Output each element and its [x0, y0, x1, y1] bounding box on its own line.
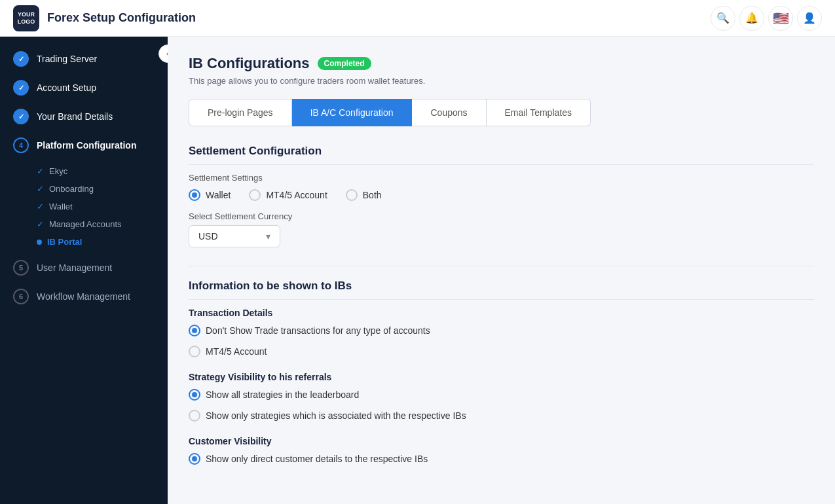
- language-button[interactable]: 🇺🇸: [768, 6, 793, 31]
- sidebar-sublabel-ekyc: Ekyc: [49, 166, 67, 176]
- radio-show-direct: [189, 453, 200, 465]
- settlement-option-wallet[interactable]: Wallet: [189, 189, 231, 201]
- transaction-radio-group: Don't Show Trade transactions for any ty…: [189, 325, 814, 357]
- customer-option-show-direct[interactable]: Show only direct customer details to the…: [189, 453, 814, 465]
- settlement-both-label: Both: [363, 190, 382, 200]
- collapse-icon: ‹: [166, 49, 168, 58]
- currency-value: USD: [198, 231, 218, 242]
- topbar-icons: 🔍 🔔 🇺🇸 👤: [711, 6, 822, 31]
- divider-1: [189, 266, 814, 266]
- radio-both: [346, 189, 358, 201]
- sidebar-label-user-management: User Management: [37, 262, 112, 273]
- main-content: IB Configurations Completed This page al…: [168, 37, 835, 504]
- step-circle-5: 5: [13, 260, 29, 276]
- step-circle-3: ✓: [13, 109, 29, 124]
- tab-ib-ac-config[interactable]: IB A/C Configuration: [292, 99, 413, 126]
- check-icon-ekyc: ✓: [37, 166, 44, 176]
- strategy-show-all-label: Show all strategies in the leaderboard: [206, 389, 359, 400]
- chevron-down-icon: ▾: [266, 231, 270, 242]
- customer-title: Customer Visibility: [189, 436, 814, 446]
- sidebar-sub-items: ✓ Ekyc ✓ Onboarding ✓ Wallet ✓ Managed A…: [0, 160, 168, 253]
- page-header: IB Configurations Completed: [189, 55, 814, 72]
- settlement-section: Settlement Configuration Settlement Sett…: [189, 145, 814, 247]
- ib-info-section: Information to be shown to IBs Transacti…: [189, 279, 814, 465]
- currency-label: Select Settlement Currency: [189, 211, 814, 221]
- step-circle-1: ✓: [13, 51, 29, 67]
- search-icon: 🔍: [716, 12, 730, 24]
- sidebar-subitem-ib-portal[interactable]: IB Portal: [29, 233, 168, 251]
- transaction-option-mt45[interactable]: MT4/5 Account: [189, 346, 814, 357]
- completed-badge: Completed: [318, 57, 371, 70]
- layout: ‹ ✓ Trading Server ✓ Account Setup ✓ You…: [0, 37, 835, 504]
- settlement-wallet-label: Wallet: [206, 190, 231, 200]
- logo: YOUR LOGO: [13, 5, 39, 31]
- transaction-option-no-trade[interactable]: Don't Show Trade transactions for any ty…: [189, 325, 814, 336]
- tab-pre-login[interactable]: Pre-login Pages: [189, 99, 292, 126]
- sidebar-label-brand-details: Your Brand Details: [37, 111, 113, 122]
- sidebar-sublabel-wallet: Wallet: [49, 202, 73, 211]
- sidebar-item-platform-config[interactable]: 4 Platform Configuration: [0, 131, 168, 160]
- step-circle-2: ✓: [13, 80, 29, 96]
- strategy-show-associated-label: Show only strategies which is associated…: [206, 410, 466, 421]
- sidebar-label-trading-server: Trading Server: [37, 54, 97, 64]
- step-circle-6: 6: [13, 289, 29, 304]
- sidebar-label-account-setup: Account Setup: [37, 82, 96, 93]
- radio-show-all: [189, 389, 200, 401]
- ib-info-title: Information to be shown to IBs: [189, 279, 814, 300]
- sidebar-item-user-management[interactable]: 5 User Management: [0, 253, 168, 282]
- currency-select-group: Select Settlement Currency USD ▾: [189, 211, 814, 247]
- sidebar-sublabel-managed-accounts: Managed Accounts: [49, 219, 122, 229]
- user-icon: 👤: [803, 12, 816, 24]
- sidebar-item-workflow-management[interactable]: 6 Workflow Management: [0, 282, 168, 311]
- radio-transaction-mt45: [189, 346, 200, 357]
- bell-icon: 🔔: [745, 12, 758, 24]
- sidebar-sublabel-ib-portal: IB Portal: [47, 237, 82, 247]
- page-description: This page allows you to configure trader…: [189, 76, 814, 86]
- sidebar-label-platform-config: Platform Configuration: [37, 140, 136, 151]
- settlement-mt45-label: MT4/5 Account: [266, 190, 327, 200]
- radio-mt45: [249, 189, 261, 201]
- check-icon-wallet: ✓: [37, 202, 44, 211]
- step-circle-4: 4: [13, 137, 29, 153]
- settlement-title: Settlement Configuration: [189, 145, 814, 165]
- topbar: YOUR LOGO Forex Setup Configuration 🔍 🔔 …: [0, 0, 835, 37]
- check-icon-onboarding: ✓: [37, 184, 44, 194]
- strategy-radio-group: Show all strategies in the leaderboard S…: [189, 389, 814, 422]
- customer-radio-group: Show only direct customer details to the…: [189, 453, 814, 465]
- strategy-section: Strategy Visibility to his referrals Sho…: [189, 372, 814, 422]
- strategy-option-show-all[interactable]: Show all strategies in the leaderboard: [189, 389, 814, 401]
- app-title: Forex Setup Configuration: [47, 11, 703, 25]
- settlement-option-mt45[interactable]: MT4/5 Account: [249, 189, 327, 201]
- radio-wallet: [189, 189, 200, 201]
- currency-select[interactable]: USD ▾: [189, 225, 280, 247]
- transaction-no-trade-label: Don't Show Trade transactions for any ty…: [206, 325, 430, 336]
- notifications-button[interactable]: 🔔: [739, 6, 764, 31]
- strategy-option-show-associated[interactable]: Show only strategies which is associated…: [189, 410, 814, 422]
- tabs: Pre-login Pages IB A/C Configuration Cou…: [189, 99, 814, 126]
- settlement-option-both[interactable]: Both: [346, 189, 382, 201]
- customer-show-direct-label: Show only direct customer details to the…: [206, 454, 428, 464]
- sidebar-item-trading-server[interactable]: ✓ Trading Server: [0, 45, 168, 73]
- settlement-subtitle: Settlement Settings: [189, 173, 814, 183]
- sidebar-subitem-managed-accounts[interactable]: ✓ Managed Accounts: [29, 215, 168, 233]
- sidebar-sublabel-onboarding: Onboarding: [49, 184, 94, 194]
- check-icon-managed-accounts: ✓: [37, 219, 44, 229]
- user-button[interactable]: 👤: [797, 6, 822, 31]
- tab-coupons[interactable]: Coupons: [412, 99, 486, 126]
- strategy-title: Strategy Visibility to his referrals: [189, 372, 814, 382]
- sidebar-subitem-ekyc[interactable]: ✓ Ekyc: [29, 162, 168, 180]
- sidebar-item-brand-details[interactable]: ✓ Your Brand Details: [0, 102, 168, 131]
- sidebar-label-workflow-management: Workflow Management: [37, 291, 130, 302]
- customer-section: Customer Visibility Show only direct cus…: [189, 436, 814, 465]
- search-button[interactable]: 🔍: [711, 6, 735, 31]
- radio-no-trade: [189, 325, 200, 336]
- page-title: IB Configurations: [189, 55, 310, 72]
- transaction-mt45-label: MT4/5 Account: [206, 346, 267, 357]
- sidebar-item-account-setup[interactable]: ✓ Account Setup: [0, 73, 168, 102]
- dot-icon-ib-portal: [37, 240, 42, 245]
- tab-email-templates[interactable]: Email Templates: [487, 99, 591, 126]
- sidebar: ‹ ✓ Trading Server ✓ Account Setup ✓ You…: [0, 37, 168, 504]
- settlement-radio-group: Wallet MT4/5 Account Both: [189, 189, 814, 201]
- sidebar-subitem-onboarding[interactable]: ✓ Onboarding: [29, 180, 168, 198]
- sidebar-subitem-wallet[interactable]: ✓ Wallet: [29, 198, 168, 215]
